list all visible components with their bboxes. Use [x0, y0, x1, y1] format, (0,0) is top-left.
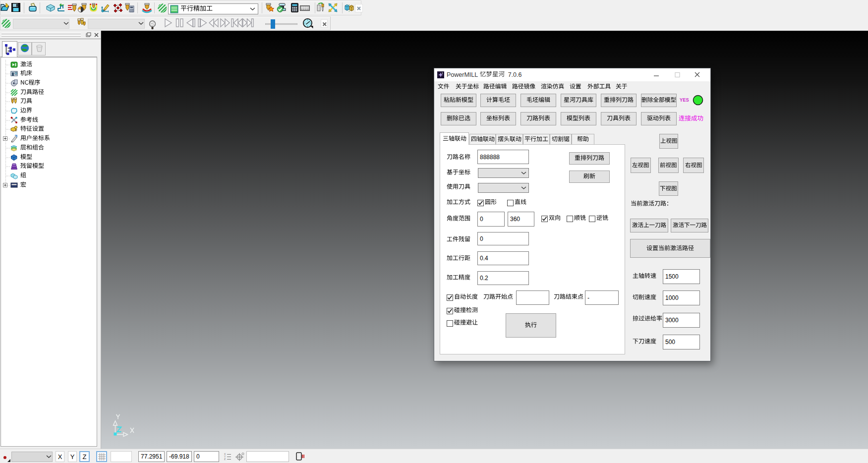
svg-text:Z: Z	[224, 458, 226, 461]
